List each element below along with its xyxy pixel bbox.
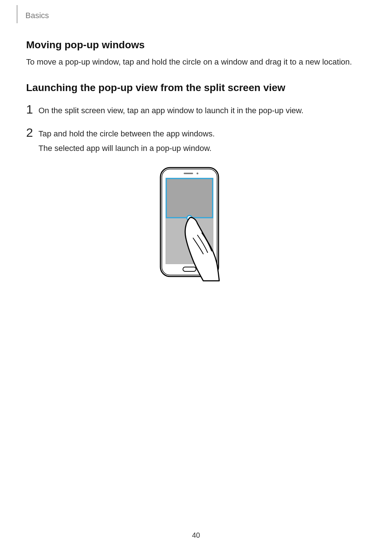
manual-page: Basics Moving pop-up windows To move a p… bbox=[0, 0, 392, 554]
step-row: 2 Tap and hold the circle between the ap… bbox=[26, 128, 367, 157]
svg-rect-2 bbox=[184, 173, 193, 174]
section-breadcrumb: Basics bbox=[25, 11, 49, 20]
step-number: 1 bbox=[26, 103, 38, 115]
page-number: 40 bbox=[0, 531, 392, 539]
step-body: On the split screen view, tap an app win… bbox=[38, 104, 303, 119]
svg-point-3 bbox=[197, 172, 199, 174]
figure-phone-illustration bbox=[26, 165, 367, 285]
svg-rect-5 bbox=[166, 178, 213, 218]
svg-rect-8 bbox=[183, 267, 196, 271]
step-row: 1 On the split screen view, tap an app w… bbox=[26, 104, 367, 119]
page-content: Moving pop-up windows To move a pop-up w… bbox=[26, 39, 367, 285]
heading-launching-popup: Launching the pop-up view from the split… bbox=[26, 82, 367, 94]
step-body: Tap and hold the circle between the app … bbox=[38, 128, 215, 157]
heading-moving-popups: Moving pop-up windows bbox=[26, 39, 367, 51]
phone-split-screen-illustration-icon bbox=[157, 165, 237, 285]
step-number: 2 bbox=[26, 126, 38, 139]
step-text: Tap and hold the circle between the app … bbox=[38, 128, 215, 140]
body-moving-popups: To move a pop-up window, tap and hold th… bbox=[26, 57, 367, 67]
header-divider bbox=[17, 5, 17, 23]
step-text: The selected app will launch in a pop-up… bbox=[38, 142, 215, 155]
step-text: On the split screen view, tap an app win… bbox=[38, 104, 303, 117]
